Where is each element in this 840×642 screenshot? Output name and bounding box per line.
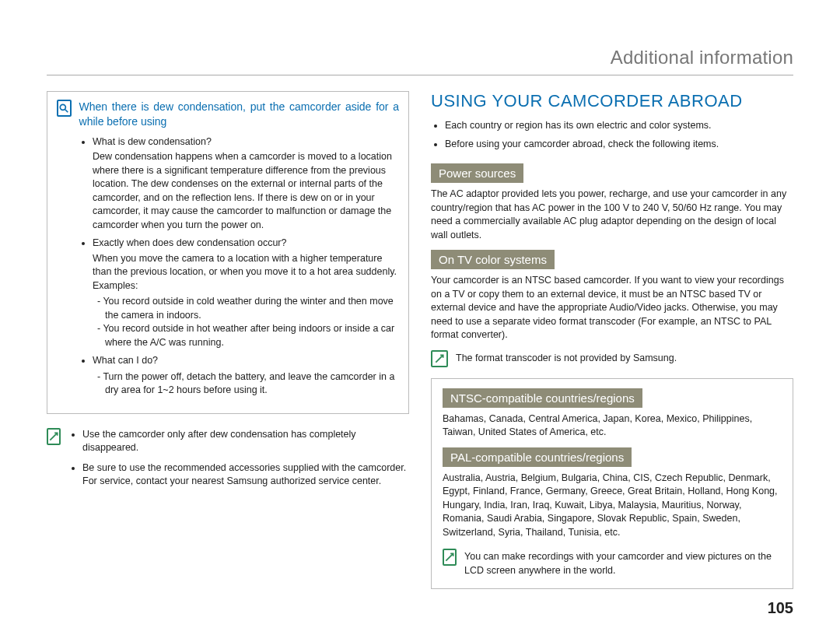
note-text: The format transcoder is not provided by… [456, 350, 677, 366]
power-text: The AC adaptor provided lets you power, … [431, 188, 793, 242]
dew-condensation-box: When there is dew condensation, put the … [47, 91, 409, 414]
note-icon [47, 428, 61, 445]
subsection-tag-pal: PAL-compatible countries/regions [443, 447, 632, 467]
faq-question: What is dew condensation? [93, 136, 212, 147]
svg-line-1 [65, 110, 68, 113]
note-icon [443, 549, 457, 566]
faq-question: What can I do? [93, 355, 158, 366]
faq-item: What can I do? Turn the power off, detac… [93, 354, 399, 398]
dew-lead-text: When there is dew condensation, put the … [79, 100, 399, 129]
section-heading: USING YOUR CAMCORDER ABROAD [431, 91, 793, 111]
faq-answer: When you move the camera to a location w… [93, 252, 399, 293]
divider [47, 75, 793, 75]
magnifier-icon [57, 100, 72, 117]
note-icon [431, 350, 448, 367]
faq-item: Exactly when does dew condensation occur… [93, 237, 399, 349]
ntsc-list: Bahamas, Canada, Central America, Japan,… [443, 412, 782, 440]
faq-answer: Dew condensation happens when a camcorde… [93, 150, 399, 232]
subsection-tag-power: Power sources [431, 163, 523, 183]
action-item: Turn the power off, detach the battery, … [97, 370, 399, 398]
pal-list: Australia, Austria, Belgium, Bulgaria, C… [443, 472, 782, 540]
left-column: When there is dew condensation, put the … [47, 91, 409, 589]
intro-bullet: Before using your camcorder abroad, chec… [445, 138, 793, 152]
note-block: You can make recordings with your camcor… [443, 549, 782, 577]
example-item: You record outside in hot weather after … [97, 322, 399, 349]
page-number: 105 [768, 599, 793, 617]
page-title: Additional information [47, 47, 793, 68]
subsection-tag-tv: On TV color systems [431, 250, 555, 269]
faq-question: Exactly when does dew condensation occur… [93, 237, 286, 248]
manual-page: Additional information When there is dew… [0, 0, 840, 642]
svg-point-0 [61, 104, 66, 110]
note-item: Be sure to use the recommended accessori… [82, 461, 409, 489]
faq-item: What is dew condensation? Dew condensati… [93, 135, 399, 233]
note-item: Use the camcorder only after dew condens… [82, 428, 409, 455]
note-block: The format transcoder is not provided by… [431, 350, 793, 367]
example-item: You record outside in cold weather durin… [97, 295, 399, 322]
two-column-layout: When there is dew condensation, put the … [47, 91, 793, 589]
note-block: Use the camcorder only after dew condens… [47, 428, 409, 495]
tv-text: Your camcorder is an NTSC based camcorde… [431, 274, 793, 342]
note-text: You can make recordings with your camcor… [464, 549, 782, 577]
right-column: USING YOUR CAMCORDER ABROAD Each country… [431, 91, 793, 589]
subsection-tag-ntsc: NTSC-compatible countries/regions [443, 388, 642, 408]
intro-bullet: Each country or region has its own elect… [445, 119, 793, 133]
regions-box: NTSC-compatible countries/regions Bahama… [431, 378, 793, 590]
